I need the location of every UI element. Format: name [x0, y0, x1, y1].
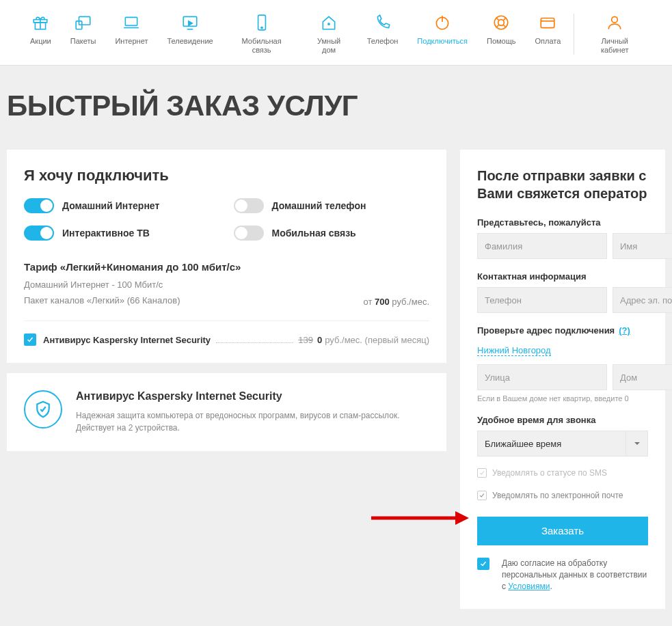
top-nav: Акции Пакеты Интернет Телевидение Мобиль…	[0, 0, 672, 66]
email-input[interactable]	[613, 287, 672, 313]
mobile-icon	[253, 14, 271, 31]
address-help-link[interactable]: (?)	[619, 325, 630, 336]
user-icon	[606, 14, 623, 31]
toggle-mobile[interactable]	[234, 226, 264, 241]
notify-email-row: Уведомлять по электронной почте	[477, 490, 648, 502]
tariff-title: Тариф «Легкий+Киномания до 100 мбит/с»	[24, 261, 429, 273]
notify-sms-row: Уведомлять о статусе по SMS	[477, 467, 648, 479]
address-label: Проверьте адрес подключения (?)	[477, 325, 648, 336]
toggle-interactive-tv[interactable]	[24, 226, 54, 241]
nav-internet[interactable]: Интернет	[105, 14, 157, 55]
svg-rect-4	[126, 17, 137, 25]
toggle-row-mobile: Мобильная связь	[234, 226, 430, 241]
connect-panel: Я хочу подключить Домашний Интернет Дома…	[7, 150, 446, 363]
nav-packages[interactable]: Пакеты	[61, 14, 106, 55]
street-input[interactable]	[477, 364, 607, 390]
order-form: После отправки заявки с Вами свяжется оп…	[460, 150, 665, 609]
contact-label: Контактная информация	[477, 271, 648, 282]
toggle-row-phone: Домашний телефон	[234, 198, 430, 213]
nav-tv[interactable]: Телевидение	[157, 14, 222, 55]
page-title: БЫСТРЫЙ ЗАКАЗ УСЛУГ	[0, 66, 672, 150]
gift-icon	[31, 14, 49, 31]
svg-point-8	[328, 23, 330, 25]
shield-icon	[24, 390, 62, 428]
order-button[interactable]: Заказать	[477, 517, 648, 545]
toggle-row-internet: Домашний Интернет	[24, 198, 220, 213]
phone-input[interactable]	[477, 287, 607, 313]
nav-connect[interactable]: Подключиться	[407, 14, 477, 55]
form-title: После отправки заявки с Вами свяжется оп…	[477, 167, 648, 202]
svg-point-7	[261, 27, 263, 29]
tv-icon	[181, 14, 199, 31]
calltime-select[interactable]	[477, 431, 626, 457]
nav-smart-home[interactable]: Умный дом	[301, 14, 358, 55]
svg-point-10	[495, 16, 509, 29]
nav-help[interactable]: Помощь	[477, 14, 526, 55]
house-input[interactable]	[613, 364, 672, 390]
laptop-icon	[122, 14, 140, 31]
svg-point-13	[612, 16, 618, 23]
home-icon	[320, 14, 338, 31]
svg-point-11	[498, 20, 505, 26]
nav-mobile[interactable]: Мобильная связь	[223, 14, 301, 55]
notify-email-checkbox[interactable]	[477, 491, 487, 500]
phone-icon	[374, 14, 392, 31]
consent-checkbox[interactable]	[477, 558, 489, 570]
address-hint: Если в Вашем доме нет квартир, введите 0	[477, 394, 648, 403]
name-label: Представьтесь, пожалуйста	[477, 217, 648, 228]
consent-row: Даю согласие на обработку персональных д…	[477, 558, 648, 592]
nav-account[interactable]: Личный кабинет	[578, 14, 651, 55]
card-icon	[539, 14, 556, 31]
kaspersky-row: Антивирус Kaspersky Internet Security 13…	[24, 321, 429, 346]
toggle-home-internet[interactable]	[24, 198, 54, 213]
nav-promotions[interactable]: Акции	[21, 14, 61, 55]
power-icon	[433, 14, 451, 31]
lifebuoy-icon	[492, 14, 510, 31]
toggle-home-phone[interactable]	[234, 198, 264, 213]
tariff-line: Пакет каналов «Легкий» (66 Каналов)	[24, 295, 180, 305]
city-link[interactable]: Нижний Новгород	[477, 345, 551, 356]
nav-payment[interactable]: Оплата	[526, 14, 571, 55]
calltime-dropdown-button[interactable]	[626, 431, 648, 457]
notify-sms-checkbox	[477, 468, 487, 478]
surname-input[interactable]	[477, 233, 607, 259]
svg-marker-15	[455, 511, 469, 525]
antivirus-title: Антивирус Kaspersky Internet Security	[76, 390, 429, 403]
devices-icon	[75, 14, 92, 31]
consent-link[interactable]: Условиями	[508, 582, 550, 591]
name-input[interactable]	[613, 233, 672, 259]
calltime-label: Удобное время для звонка	[477, 415, 648, 425]
kaspersky-checkbox[interactable]	[24, 334, 36, 346]
chevron-down-icon	[634, 440, 641, 447]
toggle-row-tv: Интерактивное ТВ	[24, 226, 220, 241]
svg-rect-12	[541, 18, 555, 28]
antivirus-panel: Антивирус Kaspersky Internet Security На…	[7, 373, 446, 451]
antivirus-desc: Надежная защита компьютера от вредоносны…	[76, 409, 429, 434]
nav-phone[interactable]: Телефон	[358, 14, 408, 55]
tariff-line: Домашний Интернет - 100 Мбит/с	[24, 280, 429, 290]
connect-heading: Я хочу подключить	[24, 167, 429, 185]
